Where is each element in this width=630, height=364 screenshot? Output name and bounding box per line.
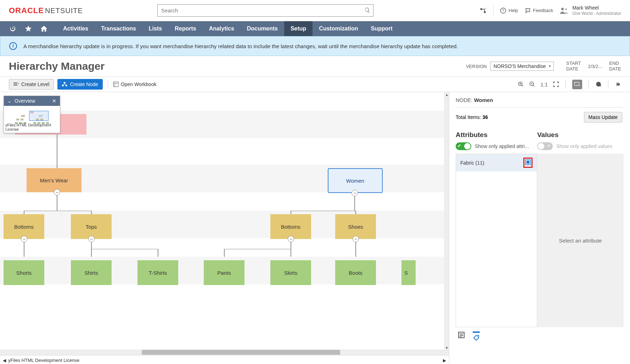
end-date-label: END DATE <box>609 61 621 72</box>
svg-text:+: + <box>18 82 19 85</box>
user-menu[interactable]: Mark Wheel One World - Administrator <box>559 5 621 16</box>
toggle-attr-label: Show only applied attri... <box>475 143 529 149</box>
node-partial[interactable]: S <box>401 260 416 285</box>
nav-item-lists[interactable]: Lists <box>142 21 168 36</box>
node-women[interactable]: Women <box>328 168 383 193</box>
collapse-handle[interactable]: − <box>351 190 358 196</box>
toggle-applied-attributes[interactable]: ✔ <box>456 142 471 150</box>
total-items-count: 36 <box>482 114 488 120</box>
toggle-applied-values[interactable]: ✕ <box>537 142 553 150</box>
star-icon[interactable] <box>24 25 32 33</box>
create-node-icon <box>62 82 68 87</box>
node-pants[interactable]: Pants <box>204 260 244 285</box>
panel-tab-tag[interactable] <box>473 331 480 342</box>
mass-update-button[interactable]: Mass Update <box>584 112 622 123</box>
node-bottoms-1[interactable]: Bottoms <box>4 214 44 239</box>
user-icon <box>559 7 569 15</box>
svg-point-8 <box>561 7 564 10</box>
nav-item-activities[interactable]: Activities <box>57 21 95 36</box>
nav-item-transactions[interactable]: Transactions <box>95 21 142 36</box>
nav-item-reports[interactable]: Reports <box>168 21 202 36</box>
node-mens-wear[interactable]: Men's Wear <box>27 168 81 192</box>
overview-panel[interactable]: ⌄ Overview ✕ <box>4 96 60 133</box>
help-button[interactable]: ? Help <box>500 7 518 14</box>
feedback-icon <box>524 7 531 14</box>
svg-point-22 <box>477 336 478 337</box>
feedback-button[interactable]: Feedback <box>524 7 553 14</box>
more-icon[interactable] <box>615 81 621 87</box>
selected-node-name: Women <box>474 97 493 103</box>
logo-netsuite: NETSUITE <box>45 7 83 15</box>
svg-point-7 <box>528 10 529 10</box>
node-prefix: NODE: <box>456 97 473 103</box>
collapse-handle[interactable]: − <box>21 236 27 242</box>
create-level-button[interactable]: + Create Level <box>9 79 54 90</box>
attribute-item-fabric[interactable]: Fabric (11) <box>456 154 537 171</box>
user-name: Mark Wheel <box>572 5 621 11</box>
scroll-left-icon[interactable]: ◀ <box>3 358 6 363</box>
node-shoes[interactable]: Shoes <box>335 214 376 239</box>
version-select[interactable]: NORSO'S Merchandise <box>490 62 554 71</box>
minimap-icon <box>574 81 580 87</box>
connector-icon[interactable]: + <box>480 7 487 14</box>
fit-screen-icon[interactable] <box>553 81 559 87</box>
svg-rect-15 <box>66 85 67 86</box>
nav-item-setup[interactable]: Setup <box>284 21 313 36</box>
svg-rect-11 <box>13 85 17 85</box>
horizontal-scrollbar[interactable] <box>0 349 449 355</box>
version-label: VERSION <box>466 64 487 69</box>
nav-item-analytics[interactable]: Analytics <box>203 21 241 36</box>
node-shorts[interactable]: Shorts <box>4 260 44 285</box>
create-level-icon: + <box>13 82 19 87</box>
values-title: Values <box>537 131 624 139</box>
chevron-down-icon[interactable]: ⌄ <box>7 98 12 104</box>
zoom-out-icon[interactable] <box>529 81 535 87</box>
create-node-button[interactable]: Create Node <box>57 79 102 90</box>
collapse-handle[interactable]: − <box>353 236 359 242</box>
attributes-list: Fabric (11) <box>456 154 537 327</box>
overview-title: Overview <box>15 98 35 104</box>
svg-text:+: + <box>485 7 486 10</box>
nav-item-documents[interactable]: Documents <box>241 21 284 36</box>
svg-rect-10 <box>13 83 17 83</box>
attribute-detail-icon[interactable] <box>523 158 533 168</box>
node-tops[interactable]: Tops <box>71 214 112 239</box>
help-icon: ? <box>500 7 506 14</box>
open-workbook-button[interactable]: Open Workbook <box>113 81 157 87</box>
attributes-title: Attributes <box>456 131 537 139</box>
info-banner: i A merchandise hierarchy update is in p… <box>0 36 630 56</box>
page-title: Hierarchy Manager <box>9 60 105 72</box>
refresh-icon[interactable] <box>595 81 602 87</box>
vertical-scrollbar[interactable]: ▲ ▼ <box>444 92 449 349</box>
nav-item-customization[interactable]: Customization <box>313 21 364 36</box>
toggle-val-label: Show only applied values <box>556 143 612 149</box>
zoom-ratio[interactable]: 1:1 <box>540 81 548 87</box>
nav-item-support[interactable]: Support <box>365 21 399 36</box>
node-shirts[interactable]: Shirts <box>71 260 112 285</box>
node-boots[interactable]: Boots <box>335 260 376 285</box>
workbook-icon <box>113 81 119 87</box>
collapse-handle[interactable]: − <box>88 236 95 242</box>
collapse-handle[interactable]: − <box>288 236 294 242</box>
minimap-toggle[interactable] <box>572 80 582 89</box>
start-date-label: START DATE <box>566 61 581 72</box>
scroll-right-icon[interactable]: ▶ <box>443 358 446 363</box>
canvas-license: yFiles HTML Development License <box>8 358 79 363</box>
date-value: 2/3/2... <box>588 64 602 69</box>
svg-rect-20 <box>527 161 529 164</box>
panel-tab-list[interactable] <box>458 331 465 342</box>
hierarchy-canvas[interactable]: Men's Wear − Women − Bottoms − Tops − Bo… <box>0 92 449 364</box>
history-icon[interactable] <box>9 25 17 33</box>
home-icon[interactable] <box>40 25 48 33</box>
collapse-handle[interactable]: − <box>54 189 60 195</box>
logo-oracle: ORACLE <box>9 6 44 15</box>
svg-text:?: ? <box>502 8 504 12</box>
node-bottoms-2[interactable]: Bottoms <box>270 214 311 239</box>
node-skirts[interactable]: Skirts <box>270 260 311 285</box>
zoom-in-icon[interactable] <box>518 81 524 87</box>
values-placeholder: Select an attribute <box>537 154 624 327</box>
node-tshirts[interactable]: T-Shirts <box>137 260 178 285</box>
close-icon[interactable]: ✕ <box>52 98 56 104</box>
search-input[interactable] <box>157 4 373 17</box>
total-items-label: Total Items: <box>456 114 481 120</box>
